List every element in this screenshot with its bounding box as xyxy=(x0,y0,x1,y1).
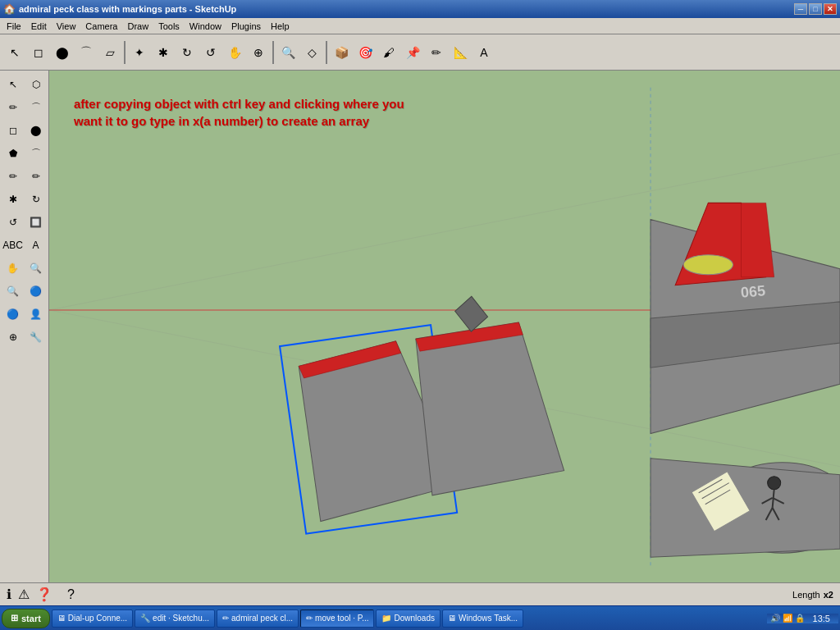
left-tool-8-0[interactable]: ✋ xyxy=(2,258,24,279)
toolbar-tool-14[interactable]: 🎯 xyxy=(354,41,377,64)
menu-item-window[interactable]: Window xyxy=(185,20,226,33)
left-tool-6-1[interactable]: 🔲 xyxy=(25,212,47,233)
toolbar-tool-4[interactable]: ▱ xyxy=(98,41,121,64)
left-tool-0-1[interactable]: ⬡ xyxy=(25,74,47,95)
taskbar-item-3[interactable]: ✏ move tool · P... xyxy=(300,609,374,628)
left-tool-9-0[interactable]: 🔍 xyxy=(2,281,24,302)
annotation-line1: after copying object with ctrl key and c… xyxy=(74,95,404,112)
taskbar-item-4[interactable]: 📁 Downloads xyxy=(376,609,440,628)
left-tool-4-1[interactable]: ✏ xyxy=(25,166,47,187)
left-tool-6-0[interactable]: ↺ xyxy=(2,212,24,233)
windows-logo: ⊞ xyxy=(11,613,18,623)
left-tool-4-0[interactable]: ✏ xyxy=(2,166,24,187)
menu-item-camera[interactable]: Camera xyxy=(80,20,122,33)
close-button[interactable]: ✕ xyxy=(824,3,837,15)
toolbar-tool-9[interactable]: ✋ xyxy=(223,41,246,64)
left-tool-3-1[interactable]: ⌒ xyxy=(25,143,47,164)
menu-item-view[interactable]: View xyxy=(52,20,81,33)
toolbar-tool-0[interactable]: ↖ xyxy=(3,41,26,64)
menu-item-tools[interactable]: Tools xyxy=(153,20,185,33)
toolbar-tool-6[interactable]: ✱ xyxy=(152,41,175,64)
status-bar: ℹ ⚠ ❓ ? Length x2 xyxy=(0,582,840,605)
menu-bar: FileEditViewCameraDrawToolsWindowPlugins… xyxy=(0,18,840,34)
taskbar-item-label-2: admiral peck cl... xyxy=(231,614,293,623)
left-tool-10-0[interactable]: 🔵 xyxy=(2,304,24,325)
window-title: admiral peck class with markings parts -… xyxy=(19,4,236,14)
toolbar-tool-13[interactable]: 📦 xyxy=(330,41,353,64)
left-toolbar-pair-2: ◻⬤ xyxy=(2,120,47,141)
toolbar-tool-18[interactable]: 📐 xyxy=(449,41,472,64)
left-toolbar-pair-1: ✏⌒ xyxy=(2,97,47,118)
maximize-button[interactable]: □ xyxy=(809,3,822,15)
start-button[interactable]: ⊞ start xyxy=(2,609,50,628)
main-toolbar: ↖◻⬤⌒▱✦✱↻↺✋⊕🔍◇📦🎯🖌📌✏📐A xyxy=(0,34,840,71)
toolbar-tool-11[interactable]: 🔍 xyxy=(276,41,299,64)
menu-item-file[interactable]: File xyxy=(2,20,26,33)
annotation-line2: want it to go type in x(a number) to cre… xyxy=(74,112,404,130)
left-tool-11-1[interactable]: 🔧 xyxy=(25,326,47,348)
minimize-button[interactable]: ─ xyxy=(794,3,807,15)
taskbar-item-label-3: move tool · P... xyxy=(315,614,368,623)
toolbar-tool-10[interactable]: ⊕ xyxy=(247,41,270,64)
svg-text:065: 065 xyxy=(740,282,766,301)
left-tool-3-0[interactable]: ⬟ xyxy=(2,143,24,164)
toolbar-tool-2[interactable]: ⬤ xyxy=(51,41,74,64)
left-tool-5-1[interactable]: ↻ xyxy=(25,189,47,210)
taskbar-item-2[interactable]: ✏ admiral peck cl... xyxy=(217,609,299,628)
main-area: ↖⬡✏⌒◻⬤⬟⌒✏✏✱↻↺🔲ABCA✋🔍🔍🔵🔵👤⊕🔧 xyxy=(0,71,840,582)
toolbar-tool-16[interactable]: 📌 xyxy=(401,41,424,64)
left-tool-1-0[interactable]: ✏ xyxy=(2,97,24,118)
menu-item-help[interactable]: Help xyxy=(266,20,294,33)
left-toolbar-pair-5: ✱↻ xyxy=(2,189,47,210)
left-tool-7-0[interactable]: ABC xyxy=(2,235,24,256)
left-toolbar: ↖⬡✏⌒◻⬤⬟⌒✏✏✱↻↺🔲ABCA✋🔍🔍🔵🔵👤⊕🔧 xyxy=(0,71,49,582)
menu-item-edit[interactable]: Edit xyxy=(26,20,52,33)
warning-icon[interactable]: ⚠ xyxy=(18,587,30,602)
taskbar-item-1[interactable]: 🔧 edit · Sketchu... xyxy=(135,609,215,628)
title-bar: 🏠 admiral peck class with markings parts… xyxy=(0,0,840,18)
left-toolbar-pair-7: ABCA xyxy=(2,235,47,256)
help-icon[interactable]: ❓ xyxy=(36,587,52,602)
left-tool-8-1[interactable]: 🔍 xyxy=(25,258,47,279)
toolbar-tool-15[interactable]: 🖌 xyxy=(377,41,400,64)
toolbar-tool-19[interactable]: A xyxy=(472,41,495,64)
left-toolbar-pair-10: 🔵👤 xyxy=(2,304,47,325)
sketchup-viewport[interactable]: 065 after copying object with ctrl key a… xyxy=(49,71,840,582)
toolbar-tool-17[interactable]: ✏ xyxy=(425,41,448,64)
menu-item-plugins[interactable]: Plugins xyxy=(226,20,266,33)
left-tool-2-1[interactable]: ⬤ xyxy=(25,120,47,141)
titlebar-controls: ─ □ ✕ xyxy=(794,3,837,15)
left-toolbar-pair-11: ⊕🔧 xyxy=(2,326,47,348)
left-toolbar-pair-8: ✋🔍 xyxy=(2,258,47,279)
left-tool-10-1[interactable]: 👤 xyxy=(25,304,47,325)
toolbar-tool-5[interactable]: ✦ xyxy=(128,41,151,64)
left-tool-11-0[interactable]: ⊕ xyxy=(2,326,24,348)
toolbar-separator-5 xyxy=(124,41,126,64)
left-tool-0-0[interactable]: ↖ xyxy=(2,74,24,95)
info-icon[interactable]: ℹ xyxy=(7,587,11,602)
taskbar-item-label-1: edit · Sketchu... xyxy=(153,614,209,623)
taskbar-item-label-5: Windows Task... xyxy=(459,614,518,623)
left-tool-1-1[interactable]: ⌒ xyxy=(25,97,47,118)
menu-item-draw[interactable]: Draw xyxy=(122,20,153,33)
taskbar-item-icon-2: ✏ xyxy=(222,614,229,623)
left-toolbar-pair-6: ↺🔲 xyxy=(2,212,47,233)
svg-point-24 xyxy=(768,477,781,490)
toolbar-tool-3[interactable]: ⌒ xyxy=(75,41,98,64)
toolbar-tool-12[interactable]: ◇ xyxy=(300,41,323,64)
left-tool-5-0[interactable]: ✱ xyxy=(2,189,24,210)
help-button[interactable]: ? xyxy=(67,587,75,602)
toolbar-tool-8[interactable]: ↺ xyxy=(199,41,222,64)
left-tool-7-1[interactable]: A xyxy=(25,235,47,256)
left-tool-2-0[interactable]: ◻ xyxy=(2,120,24,141)
left-toolbar-pair-4: ✏✏ xyxy=(2,166,47,187)
toolbar-tool-1[interactable]: ◻ xyxy=(27,41,50,64)
taskbar-item-0[interactable]: 🖥 Dial-up Conne... xyxy=(52,609,133,628)
instruction-annotation: after copying object with ctrl key and c… xyxy=(74,95,404,130)
taskbar-item-5[interactable]: 🖥 Windows Task... xyxy=(442,609,523,628)
toolbar-tool-7[interactable]: ↻ xyxy=(176,41,199,64)
toolbar-separator-13 xyxy=(326,41,327,64)
taskbar-item-icon-1: 🔧 xyxy=(140,614,150,623)
taskbar-item-icon-3: ✏ xyxy=(306,614,313,623)
left-tool-9-1[interactable]: 🔵 xyxy=(25,281,47,302)
